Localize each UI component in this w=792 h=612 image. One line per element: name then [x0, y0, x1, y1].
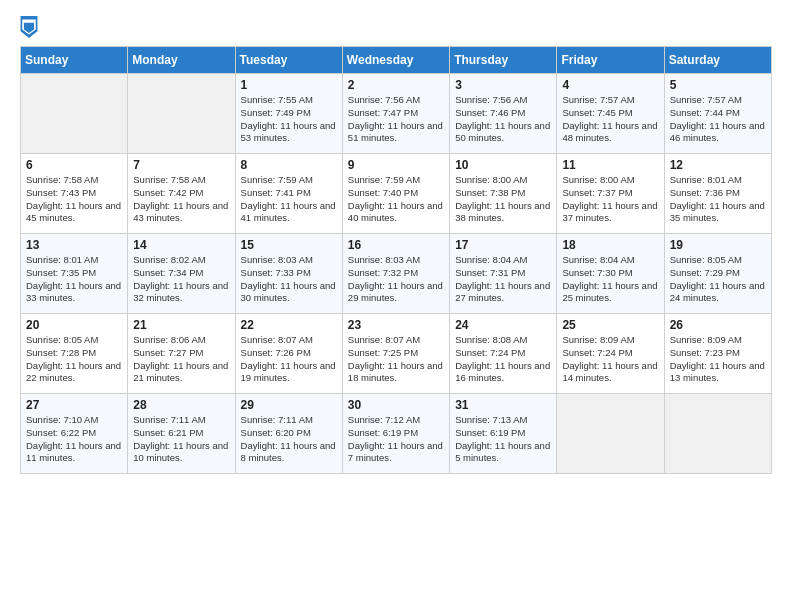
calendar-cell: 30Sunrise: 7:12 AM Sunset: 6:19 PM Dayli… [342, 394, 449, 474]
calendar-row: 20Sunrise: 8:05 AM Sunset: 7:28 PM Dayli… [21, 314, 772, 394]
calendar-cell: 27Sunrise: 7:10 AM Sunset: 6:22 PM Dayli… [21, 394, 128, 474]
calendar-cell: 16Sunrise: 8:03 AM Sunset: 7:32 PM Dayli… [342, 234, 449, 314]
day-info: Sunrise: 7:11 AM Sunset: 6:20 PM Dayligh… [241, 414, 338, 465]
calendar-cell [664, 394, 771, 474]
day-number: 18 [562, 238, 659, 252]
day-info: Sunrise: 7:57 AM Sunset: 7:44 PM Dayligh… [670, 94, 767, 145]
day-info: Sunrise: 8:03 AM Sunset: 7:32 PM Dayligh… [348, 254, 445, 305]
calendar-cell: 19Sunrise: 8:05 AM Sunset: 7:29 PM Dayli… [664, 234, 771, 314]
calendar-cell: 23Sunrise: 8:07 AM Sunset: 7:25 PM Dayli… [342, 314, 449, 394]
day-header: Friday [557, 47, 664, 74]
day-number: 29 [241, 398, 338, 412]
day-number: 25 [562, 318, 659, 332]
day-info: Sunrise: 7:58 AM Sunset: 7:43 PM Dayligh… [26, 174, 123, 225]
calendar-cell: 31Sunrise: 7:13 AM Sunset: 6:19 PM Dayli… [450, 394, 557, 474]
calendar-cell [557, 394, 664, 474]
day-info: Sunrise: 7:58 AM Sunset: 7:42 PM Dayligh… [133, 174, 230, 225]
calendar-cell [21, 74, 128, 154]
day-info: Sunrise: 8:04 AM Sunset: 7:31 PM Dayligh… [455, 254, 552, 305]
day-info: Sunrise: 8:01 AM Sunset: 7:35 PM Dayligh… [26, 254, 123, 305]
day-number: 14 [133, 238, 230, 252]
calendar-cell: 25Sunrise: 8:09 AM Sunset: 7:24 PM Dayli… [557, 314, 664, 394]
header [20, 16, 772, 38]
calendar-row: 1Sunrise: 7:55 AM Sunset: 7:49 PM Daylig… [21, 74, 772, 154]
day-info: Sunrise: 7:55 AM Sunset: 7:49 PM Dayligh… [241, 94, 338, 145]
day-info: Sunrise: 8:05 AM Sunset: 7:29 PM Dayligh… [670, 254, 767, 305]
day-info: Sunrise: 7:56 AM Sunset: 7:46 PM Dayligh… [455, 94, 552, 145]
day-number: 6 [26, 158, 123, 172]
calendar-row: 27Sunrise: 7:10 AM Sunset: 6:22 PM Dayli… [21, 394, 772, 474]
logo-icon [20, 16, 38, 38]
day-header: Sunday [21, 47, 128, 74]
day-header: Monday [128, 47, 235, 74]
calendar-row: 6Sunrise: 7:58 AM Sunset: 7:43 PM Daylig… [21, 154, 772, 234]
calendar-cell: 12Sunrise: 8:01 AM Sunset: 7:36 PM Dayli… [664, 154, 771, 234]
calendar-table: SundayMondayTuesdayWednesdayThursdayFrid… [20, 46, 772, 474]
day-number: 12 [670, 158, 767, 172]
day-number: 15 [241, 238, 338, 252]
day-info: Sunrise: 7:12 AM Sunset: 6:19 PM Dayligh… [348, 414, 445, 465]
day-header: Wednesday [342, 47, 449, 74]
day-info: Sunrise: 7:59 AM Sunset: 7:40 PM Dayligh… [348, 174, 445, 225]
day-info: Sunrise: 8:07 AM Sunset: 7:25 PM Dayligh… [348, 334, 445, 385]
calendar-cell: 11Sunrise: 8:00 AM Sunset: 7:37 PM Dayli… [557, 154, 664, 234]
day-info: Sunrise: 8:03 AM Sunset: 7:33 PM Dayligh… [241, 254, 338, 305]
day-number: 27 [26, 398, 123, 412]
day-number: 5 [670, 78, 767, 92]
calendar-cell: 15Sunrise: 8:03 AM Sunset: 7:33 PM Dayli… [235, 234, 342, 314]
header-row: SundayMondayTuesdayWednesdayThursdayFrid… [21, 47, 772, 74]
day-info: Sunrise: 7:13 AM Sunset: 6:19 PM Dayligh… [455, 414, 552, 465]
calendar-cell: 8Sunrise: 7:59 AM Sunset: 7:41 PM Daylig… [235, 154, 342, 234]
calendar-row: 13Sunrise: 8:01 AM Sunset: 7:35 PM Dayli… [21, 234, 772, 314]
calendar-cell: 10Sunrise: 8:00 AM Sunset: 7:38 PM Dayli… [450, 154, 557, 234]
calendar-cell: 6Sunrise: 7:58 AM Sunset: 7:43 PM Daylig… [21, 154, 128, 234]
calendar-cell: 28Sunrise: 7:11 AM Sunset: 6:21 PM Dayli… [128, 394, 235, 474]
calendar-cell: 13Sunrise: 8:01 AM Sunset: 7:35 PM Dayli… [21, 234, 128, 314]
calendar-cell: 4Sunrise: 7:57 AM Sunset: 7:45 PM Daylig… [557, 74, 664, 154]
logo [20, 16, 42, 38]
calendar-cell: 26Sunrise: 8:09 AM Sunset: 7:23 PM Dayli… [664, 314, 771, 394]
day-number: 31 [455, 398, 552, 412]
day-number: 21 [133, 318, 230, 332]
day-info: Sunrise: 8:08 AM Sunset: 7:24 PM Dayligh… [455, 334, 552, 385]
day-number: 20 [26, 318, 123, 332]
page: SundayMondayTuesdayWednesdayThursdayFrid… [0, 0, 792, 490]
day-info: Sunrise: 8:06 AM Sunset: 7:27 PM Dayligh… [133, 334, 230, 385]
day-number: 8 [241, 158, 338, 172]
day-number: 1 [241, 78, 338, 92]
day-number: 9 [348, 158, 445, 172]
day-info: Sunrise: 8:00 AM Sunset: 7:37 PM Dayligh… [562, 174, 659, 225]
day-number: 7 [133, 158, 230, 172]
day-info: Sunrise: 8:09 AM Sunset: 7:24 PM Dayligh… [562, 334, 659, 385]
day-number: 13 [26, 238, 123, 252]
calendar-cell: 22Sunrise: 8:07 AM Sunset: 7:26 PM Dayli… [235, 314, 342, 394]
calendar-cell: 29Sunrise: 7:11 AM Sunset: 6:20 PM Dayli… [235, 394, 342, 474]
day-number: 10 [455, 158, 552, 172]
day-number: 19 [670, 238, 767, 252]
day-number: 4 [562, 78, 659, 92]
calendar-cell [128, 74, 235, 154]
calendar-cell: 18Sunrise: 8:04 AM Sunset: 7:30 PM Dayli… [557, 234, 664, 314]
calendar-cell: 21Sunrise: 8:06 AM Sunset: 7:27 PM Dayli… [128, 314, 235, 394]
day-number: 28 [133, 398, 230, 412]
day-info: Sunrise: 7:57 AM Sunset: 7:45 PM Dayligh… [562, 94, 659, 145]
calendar-cell: 24Sunrise: 8:08 AM Sunset: 7:24 PM Dayli… [450, 314, 557, 394]
calendar-cell: 9Sunrise: 7:59 AM Sunset: 7:40 PM Daylig… [342, 154, 449, 234]
calendar-cell: 7Sunrise: 7:58 AM Sunset: 7:42 PM Daylig… [128, 154, 235, 234]
day-info: Sunrise: 8:04 AM Sunset: 7:30 PM Dayligh… [562, 254, 659, 305]
day-info: Sunrise: 8:02 AM Sunset: 7:34 PM Dayligh… [133, 254, 230, 305]
day-header: Saturday [664, 47, 771, 74]
calendar-cell: 3Sunrise: 7:56 AM Sunset: 7:46 PM Daylig… [450, 74, 557, 154]
day-info: Sunrise: 7:59 AM Sunset: 7:41 PM Dayligh… [241, 174, 338, 225]
day-header: Tuesday [235, 47, 342, 74]
day-header: Thursday [450, 47, 557, 74]
day-info: Sunrise: 8:01 AM Sunset: 7:36 PM Dayligh… [670, 174, 767, 225]
day-info: Sunrise: 8:00 AM Sunset: 7:38 PM Dayligh… [455, 174, 552, 225]
day-info: Sunrise: 8:05 AM Sunset: 7:28 PM Dayligh… [26, 334, 123, 385]
day-number: 2 [348, 78, 445, 92]
calendar-cell: 2Sunrise: 7:56 AM Sunset: 7:47 PM Daylig… [342, 74, 449, 154]
day-number: 24 [455, 318, 552, 332]
day-number: 23 [348, 318, 445, 332]
calendar-cell: 20Sunrise: 8:05 AM Sunset: 7:28 PM Dayli… [21, 314, 128, 394]
day-number: 30 [348, 398, 445, 412]
